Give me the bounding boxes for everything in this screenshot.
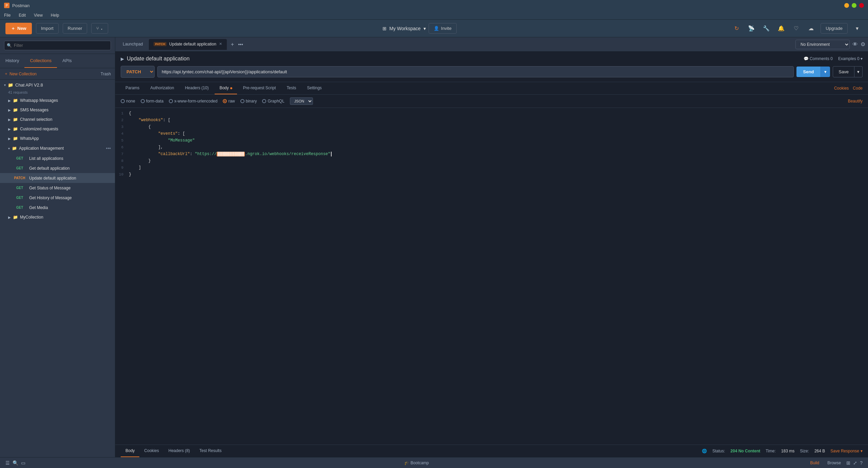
sidebar-item-get-media[interactable]: GET Get Media — [0, 203, 115, 212]
code-button[interactable]: Code — [853, 86, 863, 91]
help-icon[interactable]: ? — [860, 460, 863, 466]
maximize-button[interactable] — [852, 3, 856, 8]
sidebar-item-get-default-app[interactable]: GET Get default application — [0, 163, 115, 173]
body-opt-none[interactable]: none — [121, 99, 135, 104]
sidebar-tab-apis[interactable]: APIs — [57, 54, 77, 68]
wrench-icon[interactable]: 🔧 — [761, 23, 772, 34]
sidebar-item-customized-requests[interactable]: ▶ 📁 Customized requests — [0, 124, 115, 134]
tab-settings[interactable]: Settings — [302, 82, 327, 94]
trash-button[interactable]: Trash — [101, 72, 111, 76]
sidebar-item-whatsapp[interactable]: ▶ 📁 WhatsApp — [0, 134, 115, 143]
minimize-button[interactable] — [844, 3, 849, 8]
tab-body[interactable]: Body — [215, 82, 237, 94]
collapse-icon[interactable]: ▶ — [121, 56, 124, 61]
bottom-tab-cookies[interactable]: Cookies — [139, 445, 163, 457]
radio-urlencoded[interactable] — [169, 99, 173, 103]
sidebar-tab-history[interactable]: History — [0, 54, 24, 68]
import-button[interactable]: Import — [36, 23, 59, 34]
bootcamp-button[interactable]: 🎓 Bootcamp — [404, 461, 429, 465]
body-opt-urlencoded[interactable]: x-www-form-urlencoded — [169, 99, 217, 104]
bottom-tab-test-results[interactable]: Test Results — [195, 445, 226, 457]
request-name: Get default application — [29, 166, 70, 171]
tab-update-default-app[interactable]: PATCH Update default application ✕ — [149, 39, 226, 50]
save-button[interactable]: Save — [833, 66, 854, 77]
tab-headers[interactable]: Headers (10) — [180, 82, 213, 94]
cloud-icon[interactable]: ☁ — [806, 23, 816, 34]
radio-binary[interactable] — [240, 99, 244, 103]
radio-none[interactable] — [121, 99, 125, 103]
sidebar-toggle-icon[interactable]: ☰ — [5, 460, 10, 466]
tab-launchpad[interactable]: Launchpad — [118, 39, 147, 50]
sidebar-item-whatsapp-messages[interactable]: ▶ 📁 Whatsapp Messages — [0, 96, 115, 105]
radio-form-data[interactable] — [141, 99, 145, 103]
expand-icon[interactable]: ⤢ — [853, 460, 857, 466]
menu-view[interactable]: View — [33, 12, 44, 18]
invite-button[interactable]: 👤 Invite — [429, 23, 457, 34]
menu-file[interactable]: File — [3, 12, 12, 18]
menu-edit[interactable]: Edit — [17, 12, 27, 18]
upgrade-button[interactable]: Upgrade — [821, 23, 848, 34]
new-collection-button[interactable]: ＋ New Collection — [4, 71, 37, 77]
save-response-button[interactable]: Save Response ▾ — [830, 449, 863, 453]
settings-icon[interactable]: ⚙ — [861, 41, 865, 48]
tab-params[interactable]: Params — [121, 82, 144, 94]
sidebar-item-list-all-apps[interactable]: GET List all applications — [0, 153, 115, 163]
title-bar-controls[interactable] — [844, 3, 864, 8]
status-value: 204 No Content — [730, 449, 760, 453]
search-status-icon[interactable]: 🔍 — [13, 460, 18, 466]
toolbar-center: ⊞ My Workspace ▾ 👤 Invite — [112, 23, 727, 34]
console-icon[interactable]: ▭ — [21, 460, 25, 466]
send-button[interactable]: Send — [796, 67, 821, 77]
browse-button[interactable]: Browse — [825, 459, 844, 467]
tab-add-button[interactable]: + — [228, 40, 237, 49]
new-button[interactable]: ＋ New — [5, 23, 32, 34]
sidebar-item-channel-selection[interactable]: ▶ 📁 Channel selection — [0, 115, 115, 124]
bootcamp-label: Bootcamp — [411, 461, 429, 465]
body-opt-graphql[interactable]: GraphQL — [262, 99, 284, 104]
satellite-icon[interactable]: 📡 — [746, 23, 757, 34]
more-icon[interactable]: ••• — [106, 146, 111, 151]
tab-more-button[interactable]: ••• — [238, 42, 243, 47]
sidebar-tab-collections[interactable]: Collections — [24, 54, 57, 68]
beautify-button[interactable]: Beautify — [848, 99, 863, 104]
grid-icon[interactable]: ⊞ — [846, 460, 850, 466]
tab-pre-request-script[interactable]: Pre-request Script — [238, 82, 281, 94]
sidebar-item-application-management[interactable]: ▾ 📁 Application Management ••• — [0, 143, 115, 153]
search-input[interactable] — [4, 41, 111, 50]
environment-select[interactable]: No Environment — [795, 40, 850, 49]
heart-icon[interactable]: ♡ — [791, 23, 802, 34]
menu-help[interactable]: Help — [50, 12, 61, 18]
workspace-button[interactable]: ⊞ My Workspace ▾ — [382, 26, 426, 31]
body-opt-raw[interactable]: raw — [223, 99, 235, 104]
code-editor[interactable]: 1 { 2 "webhooks": [ 3 { 4 "events": [ 5 — [115, 108, 868, 445]
build-button[interactable]: Build — [808, 459, 822, 467]
url-input[interactable] — [157, 66, 794, 77]
save-chevron-button[interactable]: ▾ — [854, 66, 863, 77]
body-opt-form-data[interactable]: form-data — [141, 99, 163, 104]
bottom-tab-headers[interactable]: Headers (8) — [164, 445, 195, 457]
sidebar-item-get-status-message[interactable]: GET Get Status of Message — [0, 183, 115, 193]
radio-raw[interactable] — [223, 99, 227, 103]
method-select[interactable]: PATCH GET POST PUT DELETE — [121, 66, 155, 78]
close-button[interactable] — [859, 3, 864, 8]
radio-graphql[interactable] — [262, 99, 266, 103]
sidebar-item-mycollection[interactable]: ▶ 📁 MyCollection — [0, 212, 115, 222]
sidebar-item-get-history-message[interactable]: GET Get History of Message — [0, 193, 115, 203]
runner-button[interactable]: Runner — [63, 23, 87, 34]
bell-icon[interactable]: 🔔 — [776, 23, 787, 34]
collection-header[interactable]: ▾ 📁 Chat API V2.8 — [0, 80, 115, 90]
tab-authorization[interactable]: Authorization — [145, 82, 179, 94]
upgrade-chevron-icon[interactable]: ▾ — [852, 23, 863, 34]
refresh-button[interactable]: ↻ — [731, 23, 742, 34]
eye-icon[interactable]: 👁 — [852, 41, 858, 48]
cookies-button[interactable]: Cookies — [834, 86, 849, 91]
tab-close-icon[interactable]: ✕ — [219, 42, 222, 46]
sidebar-item-sms-messages[interactable]: ▶ 📁 SMS Messages — [0, 105, 115, 115]
sidebar-item-update-default-app[interactable]: PATCH Update default application — [0, 173, 115, 183]
format-select[interactable]: JSON — [290, 97, 313, 105]
bottom-tab-body[interactable]: Body — [121, 445, 139, 457]
tab-tests[interactable]: Tests — [282, 82, 301, 94]
body-opt-binary[interactable]: binary — [240, 99, 257, 104]
send-chevron-button[interactable]: ▾ — [821, 67, 830, 77]
fork-button[interactable]: ⑂ ▾ — [91, 23, 108, 34]
